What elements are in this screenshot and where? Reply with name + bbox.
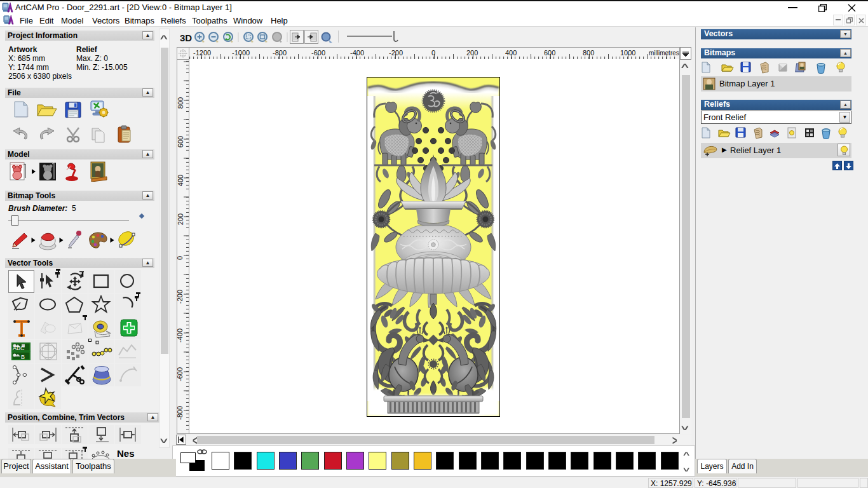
- svg-text:ABC: ABC: [13, 345, 25, 351]
- svg-text:B: B: [21, 354, 25, 360]
